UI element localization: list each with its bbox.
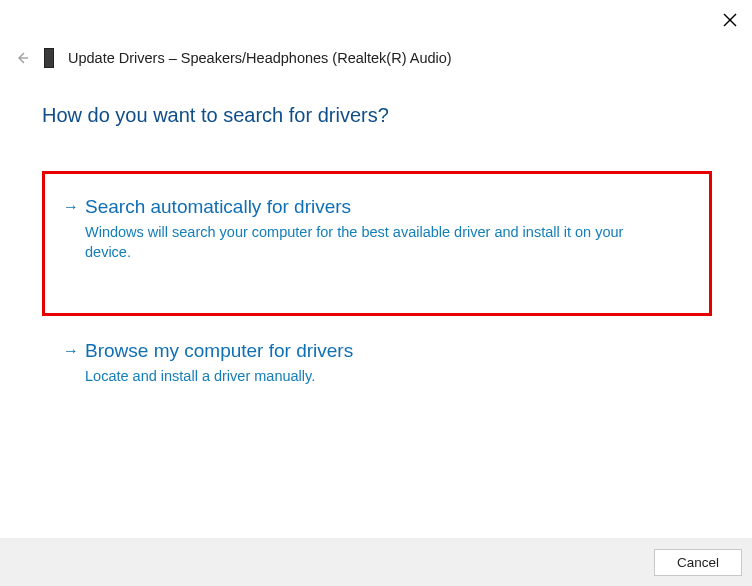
option-description: Windows will search your computer for th… — [85, 222, 645, 263]
arrow-left-icon — [15, 51, 29, 65]
question-heading: How do you want to search for drivers? — [42, 104, 712, 127]
close-icon — [723, 13, 737, 27]
option-browse-computer[interactable]: → Browse my computer for drivers Locate … — [42, 330, 712, 396]
close-button[interactable] — [720, 10, 740, 30]
back-button[interactable] — [14, 51, 30, 65]
option-description: Locate and install a driver manually. — [85, 366, 645, 386]
dialog-header: Update Drivers – Speakers/Headphones (Re… — [0, 0, 752, 68]
option-title: Search automatically for drivers — [85, 196, 351, 218]
arrow-right-icon: → — [63, 342, 75, 360]
option-header: → Search automatically for drivers — [63, 196, 691, 218]
option-search-automatically[interactable]: → Search automatically for drivers Windo… — [42, 171, 712, 316]
dialog-footer: Cancel — [0, 538, 752, 586]
dialog-title: Update Drivers – Speakers/Headphones (Re… — [68, 50, 452, 66]
dialog-content: How do you want to search for drivers? →… — [0, 68, 752, 396]
device-icon — [44, 48, 54, 68]
arrow-right-icon: → — [63, 198, 75, 216]
option-header: → Browse my computer for drivers — [63, 340, 694, 362]
option-title: Browse my computer for drivers — [85, 340, 353, 362]
cancel-button[interactable]: Cancel — [654, 549, 742, 576]
